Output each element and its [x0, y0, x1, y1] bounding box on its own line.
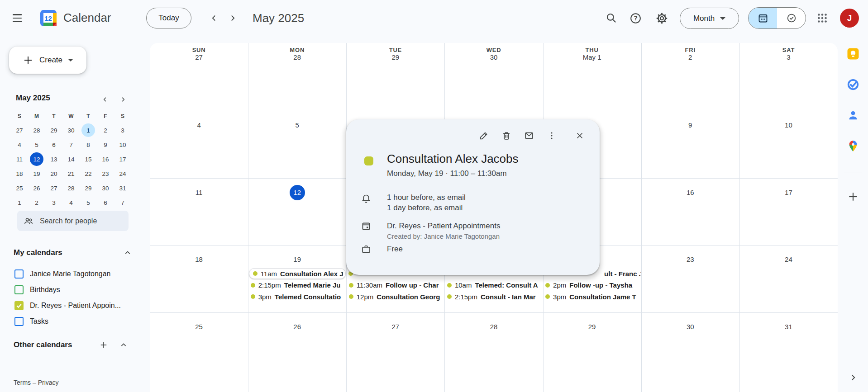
day-cell[interactable]: 4: [150, 111, 248, 178]
day-cell[interactable]: 3: [739, 43, 838, 111]
mini-calendar-date[interactable]: 1: [80, 123, 97, 137]
calendar-event[interactable]: 3pm Consultation Jame T: [544, 291, 641, 302]
mini-calendar-date[interactable]: 23: [97, 166, 114, 181]
main-menu-button[interactable]: [6, 7, 28, 29]
day-cell[interactable]: 12: [248, 178, 346, 245]
mini-calendar-date[interactable]: 19: [28, 166, 45, 181]
mini-calendar-date[interactable]: 26: [28, 181, 45, 195]
previous-month-button[interactable]: [205, 9, 223, 27]
mini-calendar-date[interactable]: 31: [114, 181, 131, 195]
mini-calendar-date[interactable]: 9: [97, 137, 114, 152]
mini-calendar-date[interactable]: 2: [28, 195, 45, 210]
calendar-event[interactable]: 2:15pm Telemed Marie Ju: [249, 280, 346, 291]
tasks-icon[interactable]: [845, 77, 861, 92]
mini-calendar-date[interactable]: 20: [45, 166, 62, 181]
mini-calendar-prev-icon[interactable]: [96, 91, 114, 108]
mini-calendar-date[interactable]: 1: [11, 195, 28, 210]
calendar-event[interactable]: 2pm Follow -up - Taysha: [544, 280, 641, 291]
get-add-ons-icon[interactable]: [845, 189, 861, 204]
day-cell[interactable]: 11: [150, 178, 248, 245]
more-options-icon[interactable]: [542, 126, 562, 146]
mini-calendar-date[interactable]: 18: [11, 166, 28, 181]
mini-calendar-date[interactable]: 5: [80, 195, 97, 210]
day-cell[interactable]: 26: [248, 312, 346, 392]
calendar-list-item[interactable]: Dr. Reyes - Patient Appoin...: [0, 298, 136, 313]
mini-calendar-date[interactable]: 5: [28, 137, 45, 152]
today-button[interactable]: Today: [146, 8, 191, 28]
mini-calendar-date[interactable]: 2: [97, 123, 114, 137]
day-cell[interactable]: May 1: [543, 43, 641, 111]
calendar-event[interactable]: 3pm Telemed Consultatio: [249, 291, 346, 302]
mini-calendar-date[interactable]: 27: [11, 123, 28, 137]
mini-calendar-date[interactable]: 12: [28, 152, 45, 166]
day-cell[interactable]: 27: [346, 312, 444, 392]
calendar-checkbox[interactable]: [14, 301, 24, 310]
mini-calendar-date[interactable]: 3: [45, 195, 62, 210]
terms-privacy-links[interactable]: Terms – Privacy: [14, 379, 59, 386]
mini-calendar-date[interactable]: 6: [45, 137, 62, 152]
mini-calendar-date[interactable]: 16: [97, 152, 114, 166]
calendar-checkbox[interactable]: [14, 285, 24, 294]
calendar-event[interactable]: 12pm Consultation Georg: [347, 291, 444, 302]
calendar-event[interactable]: 2:15pm Consult - Ian Mar: [445, 291, 543, 302]
day-cell[interactable]: 29: [543, 312, 641, 392]
tasks-view-toggle[interactable]: [777, 8, 806, 28]
mini-calendar-date[interactable]: 30: [62, 123, 80, 137]
mini-calendar-date[interactable]: 22: [80, 166, 97, 181]
mini-calendar-date[interactable]: 28: [62, 181, 80, 195]
day-cell[interactable]: 16: [641, 178, 739, 245]
day-cell[interactable]: 5: [248, 111, 346, 178]
mini-calendar-date[interactable]: 29: [80, 181, 97, 195]
mini-calendar-date[interactable]: 8: [80, 137, 97, 152]
calendar-checkbox[interactable]: [14, 317, 24, 326]
mini-calendar-date[interactable]: 15: [80, 152, 97, 166]
calendar-view-toggle[interactable]: [749, 8, 777, 28]
mini-calendar-date[interactable]: 6: [97, 195, 114, 210]
mini-calendar-date[interactable]: 29: [45, 123, 62, 137]
mini-calendar-date[interactable]: 4: [11, 137, 28, 152]
google-apps-grid-icon[interactable]: [811, 7, 833, 29]
day-cell[interactable]: 31: [739, 312, 838, 392]
mini-calendar-date[interactable]: 17: [114, 152, 131, 166]
calendar-list-item[interactable]: Tasks: [0, 313, 136, 329]
mini-calendar-date[interactable]: 10: [114, 137, 131, 152]
maps-icon[interactable]: [845, 138, 861, 154]
day-cell[interactable]: 10: [739, 111, 838, 178]
hide-side-panel-icon[interactable]: [844, 369, 862, 386]
search-for-people-field[interactable]: Search for people: [17, 211, 129, 231]
close-popup-icon[interactable]: [570, 126, 590, 146]
mini-calendar-next-icon[interactable]: [114, 91, 132, 108]
collapse-my-calendars-icon[interactable]: [123, 248, 132, 257]
edit-event-icon[interactable]: [474, 126, 494, 146]
email-guests-icon[interactable]: [519, 126, 539, 146]
day-cell[interactable]: 2: [641, 43, 739, 111]
day-cell[interactable]: 25: [150, 312, 248, 392]
day-cell[interactable]: 27: [150, 43, 248, 111]
mini-calendar-date[interactable]: 30: [97, 181, 114, 195]
delete-event-icon[interactable]: [496, 126, 516, 146]
mini-calendar-date[interactable]: 21: [62, 166, 80, 181]
view-selector-dropdown[interactable]: Month: [680, 8, 739, 29]
mini-calendar-date[interactable]: 14: [62, 152, 80, 166]
mini-calendar-date[interactable]: 11: [11, 152, 28, 166]
mini-calendar-date[interactable]: 27: [45, 181, 62, 195]
help-icon[interactable]: ?: [625, 7, 646, 29]
mini-calendar-date[interactable]: 28: [28, 123, 45, 137]
settings-gear-icon[interactable]: [651, 7, 672, 29]
calendar-checkbox[interactable]: [14, 269, 24, 279]
calendar-list-item[interactable]: Janice Marie Tagotongan: [0, 266, 136, 282]
day-cell[interactable]: 28: [248, 43, 346, 111]
calendar-list-item[interactable]: Birthdays: [0, 282, 136, 298]
add-other-calendar-icon[interactable]: [95, 336, 112, 354]
keep-icon[interactable]: [845, 46, 861, 61]
collapse-other-calendars-icon[interactable]: [115, 336, 132, 354]
calendar-event[interactable]: 10am Telemed: Consult A: [445, 280, 543, 291]
next-month-button[interactable]: [224, 9, 242, 27]
day-cell[interactable]: 9: [641, 111, 739, 178]
calendar-event[interactable]: 11am Consultation Alex J: [249, 268, 346, 279]
mini-calendar-date[interactable]: 4: [62, 195, 80, 210]
account-avatar[interactable]: J: [840, 9, 859, 28]
day-cell[interactable]: 28: [444, 312, 543, 392]
day-cell[interactable]: 30: [641, 312, 739, 392]
mini-calendar-date[interactable]: 25: [11, 181, 28, 195]
